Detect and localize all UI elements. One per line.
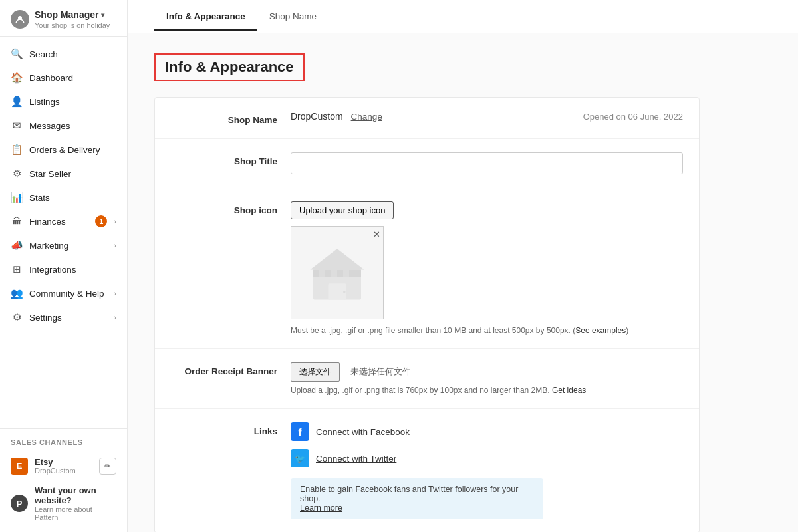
social-info-box: Enable to gain Facebook fans and Twitter… [291, 478, 543, 519]
shop-manager-title-row[interactable]: Shop Manager ▾ Your shop is on holiday [11, 9, 116, 29]
order-banner-field: 选择文件 未选择任何文件 Upload a .jpg, .gif or .png… [291, 362, 683, 395]
sidebar-item-messages[interactable]: ✉Messages [0, 114, 127, 138]
sidebar-item-stats[interactable]: 📊Stats [0, 186, 127, 209]
sidebar-item-label-finances: Finances [29, 217, 88, 227]
sidebar-item-orders[interactable]: 📋Orders & Delivery [0, 138, 127, 162]
shop-name-full-row: DropCustom Change Opened on 06 June, 202… [291, 111, 683, 122]
marketing-chevron: › [114, 241, 116, 249]
sidebar-item-label-listings: Listings [29, 97, 116, 107]
settings-icon: ⚙ [11, 311, 23, 323]
see-examples-link[interactable]: See examples [575, 326, 626, 335]
twitter-icon: 🐦 [291, 449, 309, 467]
sidebar-item-finances[interactable]: 🏛Finances1› [0, 209, 127, 233]
shop-title-field [291, 152, 683, 174]
sidebar-item-label-search: Search [29, 49, 116, 59]
shop-icon-label: Shop icon [171, 201, 277, 215]
opened-date: Opened on 06 June, 2022 [583, 112, 683, 122]
channel-pattern[interactable]: P Want your own website? Learn more abou… [0, 480, 127, 527]
svg-rect-5 [331, 270, 337, 277]
integrations-icon: ⊞ [11, 263, 23, 275]
icon-hint-text: Must be a .jpg, .gif or .png file smalle… [291, 326, 683, 335]
sidebar-item-star-seller[interactable]: ⚙Star Seller [0, 162, 127, 186]
search-icon: 🔍 [11, 48, 23, 60]
svg-rect-4 [319, 270, 325, 277]
shop-title-label: Shop Title [171, 152, 277, 166]
shop-icon-preview: ✕ [291, 226, 384, 319]
sidebar-item-label-community: Community & Help [29, 289, 107, 299]
sales-channels-label: SALES CHANNELS [0, 436, 127, 452]
shop-name-row: Shop Name DropCustom Change Opened on 06… [155, 98, 699, 139]
star-seller-icon: ⚙ [11, 168, 23, 180]
svg-point-8 [343, 291, 346, 293]
svg-marker-2 [311, 249, 364, 270]
sidebar-item-label-marketing: Marketing [29, 241, 107, 251]
sidebar-item-label-messages: Messages [29, 121, 116, 131]
finances-chevron: › [114, 217, 116, 225]
etsy-icon: E [11, 458, 28, 475]
shop-manager-label: Shop Manager [35, 9, 98, 20]
etsy-edit-button[interactable]: ✏ [99, 458, 116, 475]
tabs-bar: Info & Appearance Shop Name [128, 0, 798, 33]
community-chevron: › [114, 289, 116, 297]
get-ideas-link[interactable]: Get ideas [552, 386, 586, 395]
finances-badge: 1 [95, 215, 107, 227]
twitter-row: 🐦 Connect with Twitter [291, 449, 683, 467]
close-icon-preview[interactable]: ✕ [373, 229, 380, 239]
sidebar-item-community[interactable]: 👥Community & Help› [0, 281, 127, 305]
sidebar-item-label-dashboard: Dashboard [29, 73, 116, 83]
pattern-info: Want your own website? Learn more about … [35, 485, 116, 521]
change-shop-name-link[interactable]: Change [351, 112, 382, 122]
sidebar-item-dashboard[interactable]: 🏠Dashboard [0, 66, 127, 90]
dashboard-icon: 🏠 [11, 72, 23, 84]
messages-icon: ✉ [11, 120, 23, 132]
shop-name-value: DropCustom [291, 111, 343, 122]
sidebar-header: Shop Manager ▾ Your shop is on holiday [0, 0, 127, 37]
etsy-sub: DropCustom [35, 467, 92, 475]
shop-manager-name: Shop Manager ▾ [35, 9, 110, 20]
sidebar-item-label-star-seller: Star Seller [29, 169, 116, 179]
shop-manager-chevron: ▾ [101, 11, 104, 19]
no-file-chosen-text: 未选择任何文件 [350, 366, 411, 378]
sidebar-nav: 🔍Search🏠Dashboard👤Listings✉Messages📋Orde… [0, 37, 127, 428]
shop-name-label: Shop Name [171, 111, 277, 125]
shop-name-content: DropCustom Change [291, 111, 382, 122]
banner-file-row: 选择文件 未选择任何文件 [291, 362, 683, 382]
tab-shop-name[interactable]: Shop Name [257, 3, 329, 31]
sidebar-item-label-integrations: Integrations [29, 265, 116, 275]
channel-etsy[interactable]: E Etsy DropCustom ✏ [0, 452, 127, 480]
shop-icon-field: Upload your shop icon ✕ [291, 201, 683, 335]
upload-shop-icon-button[interactable]: Upload your shop icon [291, 201, 394, 219]
choose-file-button[interactable]: 选择文件 [291, 362, 340, 382]
svg-rect-6 [343, 270, 349, 277]
banner-hint-text: Upload a .jpg, .gif or .png that is 760p… [291, 386, 683, 395]
shop-name-field: DropCustom Change Opened on 06 June, 202… [291, 111, 683, 122]
sidebar-item-integrations[interactable]: ⊞Integrations [0, 257, 127, 281]
stats-icon: 📊 [11, 192, 23, 203]
content-area: Info & Appearance Shop Name DropCustom C… [128, 33, 726, 532]
sidebar-item-label-orders: Orders & Delivery [29, 145, 116, 155]
facebook-link[interactable]: Connect with Facebook [316, 427, 410, 437]
twitter-link[interactable]: Connect with Twitter [316, 454, 396, 464]
social-info-text: Enable to gain Facebook fans and Twitter… [300, 485, 518, 503]
sidebar-item-label-settings: Settings [29, 313, 107, 323]
sidebar-item-search[interactable]: 🔍Search [0, 42, 127, 66]
links-label: Links [171, 422, 277, 436]
facebook-row: f Connect with Facebook [291, 422, 683, 441]
etsy-name: Etsy [35, 457, 92, 467]
links-container: f Connect with Facebook 🐦 Connect with T… [291, 422, 683, 519]
sidebar-item-settings[interactable]: ⚙Settings› [0, 305, 127, 329]
order-banner-row: Order Receipt Banner 选择文件 未选择任何文件 Upload… [155, 349, 699, 409]
settings-chevron: › [114, 313, 116, 321]
listings-icon: 👤 [11, 96, 23, 108]
sidebar-item-marketing[interactable]: 📣Marketing› [0, 233, 127, 257]
sidebar-item-listings[interactable]: 👤Listings [0, 90, 127, 114]
shop-avatar [11, 10, 29, 29]
learn-more-link[interactable]: Learn more [300, 503, 342, 513]
store-placeholder-icon [307, 243, 367, 303]
order-banner-label: Order Receipt Banner [171, 362, 277, 376]
shop-holiday-text: Your shop is on holiday [35, 21, 110, 29]
form-card: Shop Name DropCustom Change Opened on 06… [154, 97, 700, 532]
shop-title-input[interactable] [291, 152, 683, 174]
tab-info-appearance[interactable]: Info & Appearance [154, 3, 257, 31]
links-field: f Connect with Facebook 🐦 Connect with T… [291, 422, 683, 519]
